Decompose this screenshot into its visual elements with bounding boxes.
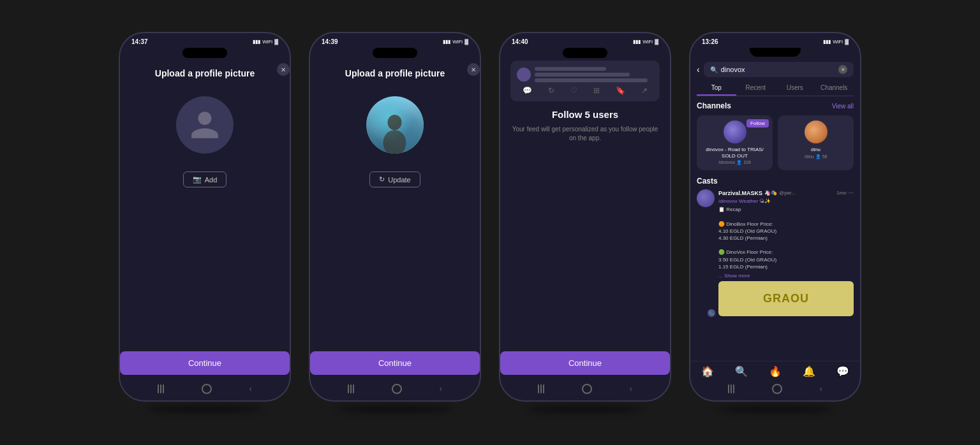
mini-avatar-3: [517, 68, 531, 82]
follow-dinovox-button[interactable]: Follow: [746, 119, 769, 128]
status-icons-4: ▮▮▮ WiFi ▓: [823, 39, 849, 45]
channel-avatar-dinovox: [724, 120, 746, 143]
continue-button-1[interactable]: Continue: [120, 351, 290, 375]
hb-chevron-4: ‹: [820, 384, 822, 393]
nav-notifications-4[interactable]: 🔔: [803, 365, 815, 377]
search-query-4: dinovox: [721, 66, 835, 73]
refresh-icon-2: ↻: [379, 175, 385, 184]
search-box-4[interactable]: 🔍 dinovox ✕: [704, 62, 854, 77]
continue-button-2[interactable]: Continue: [310, 351, 480, 375]
search-clear-4[interactable]: ✕: [838, 65, 847, 74]
show-more-1[interactable]: ... Show more: [718, 273, 854, 279]
person-icon-1: [188, 108, 221, 142]
wifi-icon-1: WiFi: [262, 39, 272, 45]
signal-icon-3: ▮▮▮: [633, 39, 641, 45]
status-bar-1: 14:37 ▮▮▮ WiFi ▓: [120, 33, 290, 48]
status-time-1: 14:37: [131, 38, 148, 45]
channels-section-header-4: Channels View all: [697, 101, 854, 110]
signal-icon-2: ▮▮▮: [443, 39, 450, 45]
member-icon-dinu: 👤: [815, 154, 821, 159]
cast-avatar-wrap-1: 🦕: [697, 189, 715, 316]
notch-4: [750, 48, 801, 57]
status-bar-4: 13:26 ▮▮▮ WiFi ▓: [690, 33, 860, 48]
tab-recent-4[interactable]: Recent: [736, 81, 776, 96]
nav-search-4[interactable]: 🔍: [735, 365, 748, 377]
status-bar-3: 14:40 ▮▮▮ WiFi ▓: [500, 33, 670, 48]
svg-point-0: [388, 115, 402, 130]
status-time-4: 13:26: [702, 38, 718, 45]
hb-line-9: [543, 384, 544, 393]
hb-line-8: [540, 384, 542, 393]
member-count-dinovox: 108: [743, 160, 751, 164]
bookmark-icon-3: 🔖: [616, 86, 625, 95]
person-silhouette-2: [378, 112, 413, 154]
hb-line-5: [350, 384, 352, 393]
home-bar-3: ‹: [500, 380, 670, 400]
phone-screen-1: 14:37 ▮▮▮ WiFi ▓ ✕ Upload a profile pict…: [119, 32, 291, 402]
phone-shadow-3: [528, 405, 642, 413]
dynamic-island-1: [182, 48, 227, 58]
screen-4: ‹ 🔍 dinovox ✕ Top Recent Users Channels …: [690, 59, 860, 361]
add-label-1: Add: [205, 176, 218, 184]
channel-avatar-dinu: [805, 120, 828, 143]
hb-line-11: [731, 384, 732, 393]
dynamic-island-2: [373, 48, 417, 58]
channel-card-dinovox[interactable]: Follow dinovox - Road to TRIAS/ SOLD OUT…: [697, 115, 773, 170]
hb-line-10: [728, 384, 729, 393]
cast-item-1: 🦕 Parzival.MASKS 🦄🎭 @par... 1mo ··· /din…: [697, 189, 854, 316]
nav-home-4[interactable]: 🏠: [701, 365, 714, 377]
status-time-2: 14:39: [322, 38, 338, 45]
member-count-dinu: 58: [822, 154, 828, 159]
hb-line-3: [163, 384, 164, 393]
update-button-2[interactable]: ↻ Update: [369, 171, 420, 187]
cast-header-1: Parzival.MASKS 🦄🎭 @par... 1mo ···: [718, 189, 854, 196]
cast-image-1: GRAOU: [718, 281, 854, 316]
nav-lines-3: [538, 384, 544, 393]
phone-shadow-2: [338, 405, 452, 413]
phone-screen-3: 14:40 ▮▮▮ WiFi ▓: [499, 32, 671, 402]
cast-more-1[interactable]: ···: [849, 189, 854, 196]
channel-name-dinu: dinu: [811, 147, 820, 153]
cast-time-1: 1mo: [836, 190, 847, 196]
home-bar-1: ‹: [120, 380, 290, 400]
hb-circle-2: [392, 384, 402, 394]
back-button-4[interactable]: ‹: [697, 64, 700, 75]
status-icons-1: ▮▮▮ WiFi ▓: [253, 39, 278, 45]
close-button-1[interactable]: ✕: [277, 63, 290, 76]
follow-title-3: Follow 5 users: [552, 109, 618, 120]
tab-users-4[interactable]: Users: [775, 81, 815, 96]
nav-lines-1: [158, 384, 164, 393]
add-button-1[interactable]: 📷 Add: [183, 171, 227, 187]
hb-chevron-1: ‹: [249, 384, 252, 393]
nav-messages-4[interactable]: 💬: [836, 365, 849, 377]
mini-line-name-3: [535, 67, 606, 71]
close-button-2[interactable]: ✕: [467, 63, 480, 76]
upload-screen-2: Upload a profile picture ↻ Update: [320, 61, 470, 187]
screen-2: ✕ Upload a profile picture ↻ Update: [310, 61, 480, 351]
continue-button-3[interactable]: Continue: [500, 351, 670, 375]
update-label-2: Update: [388, 176, 410, 184]
cast-avatar-1: [697, 189, 715, 207]
hb-circle-1: [202, 384, 212, 394]
signal-icon-4: ▮▮▮: [823, 39, 831, 45]
channel-card-dinu[interactable]: dinu /dinu 👤 58: [778, 115, 854, 170]
tab-channels-4[interactable]: Channels: [815, 81, 854, 96]
phone-2: 14:39 ▮▮▮ WiFi ▓ ✕ Upload a profile pict…: [309, 32, 481, 413]
tab-top-4[interactable]: Top: [697, 81, 736, 96]
nav-trending-4[interactable]: 🔥: [769, 365, 782, 377]
cast-channel-tag-1[interactable]: /dinovox Weather 🌤✨: [718, 198, 854, 204]
comment-icon-3: 💬: [523, 86, 532, 95]
phone-screen-2: 14:39 ▮▮▮ WiFi ▓ ✕ Upload a profile pict…: [309, 32, 481, 402]
channels-label-4: Channels: [697, 101, 731, 110]
hb-chevron-2: ‹: [440, 384, 442, 393]
home-bar-4: ‹: [690, 380, 860, 400]
screen-1: ✕ Upload a profile picture 📷 Add: [120, 61, 290, 351]
casts-title-4: Casts: [697, 177, 854, 186]
cast-content-1: Parzival.MASKS 🦄🎭 @par... 1mo ··· /dinov…: [718, 189, 854, 316]
mini-card-user-3: [517, 67, 653, 82]
follow-screen-3: 💬 ↻ ♡ ⊞ 🔖 ↗ Follow 5 users Your feed wil…: [510, 61, 660, 351]
cast-channel-badge-1: 🦕: [707, 309, 716, 317]
view-all-button-4[interactable]: View all: [832, 103, 854, 110]
camera-icon-1: 📷: [193, 175, 202, 184]
hb-circle-3: [582, 384, 592, 394]
